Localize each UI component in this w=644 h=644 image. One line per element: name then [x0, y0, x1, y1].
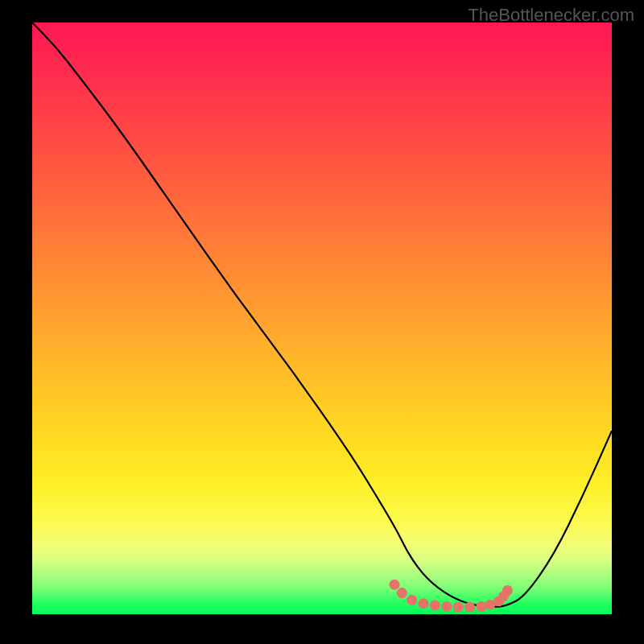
marker-dot — [502, 585, 513, 596]
chart-svg — [32, 23, 612, 614]
marker-dot — [430, 600, 440, 610]
marker-dot — [477, 601, 487, 612]
watermark-text: TheBottlenecker.com — [468, 5, 634, 26]
main-curve — [32, 23, 612, 607]
plot-area — [32, 23, 612, 614]
marker-dot — [441, 601, 452, 612]
marker-dot — [419, 598, 429, 609]
marker-dot — [390, 580, 400, 590]
marker-dot — [464, 602, 475, 613]
marker-dot — [453, 602, 464, 613]
curve-group — [32, 23, 612, 607]
marker-dot — [397, 588, 407, 598]
marker-dot — [407, 595, 417, 605]
